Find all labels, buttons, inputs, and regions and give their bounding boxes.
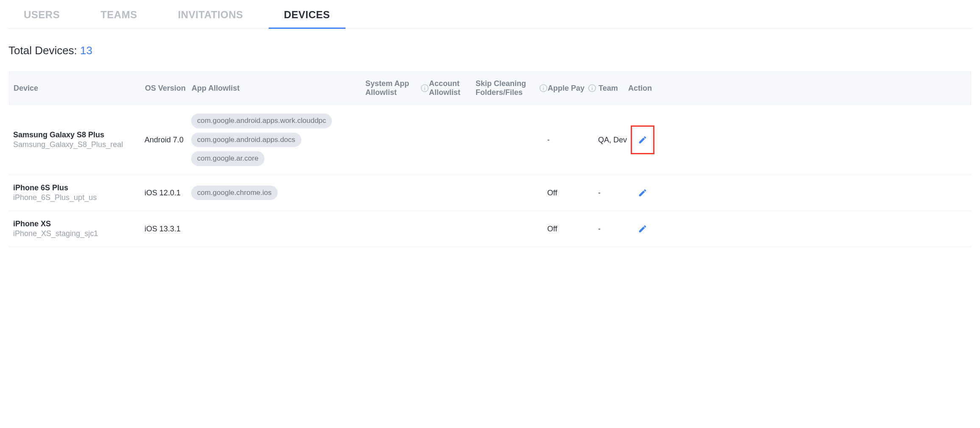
- apple-pay-cell: -: [547, 136, 598, 145]
- col-device: Device: [14, 84, 145, 93]
- team-cell: -: [598, 189, 628, 197]
- edit-button[interactable]: [635, 222, 650, 236]
- svg-point-8: [592, 86, 593, 87]
- device-id: iPhone_XS_staging_sjc1: [13, 229, 145, 238]
- os-cell: iOS 12.0.1: [145, 189, 191, 197]
- app-allowlist-pill: com.google.android.apps.work.clouddpc: [191, 114, 332, 128]
- total-devices: Total Devices: 13: [0, 29, 980, 67]
- app-allowlist-cell: com.google.android.apps.work.clouddpccom…: [191, 114, 365, 166]
- table-row: iPhone XSiPhone_XS_staging_sjc1iOS 13.3.…: [9, 211, 971, 247]
- col-app-allowlist: App Allowlist: [192, 84, 365, 93]
- svg-point-5: [543, 86, 544, 87]
- table-row: iPhone 6S PlusiPhone_6S_Plus_upt_usiOS 1…: [9, 175, 971, 211]
- device-id: Samsung_Galaxy_S8_Plus_real: [13, 140, 145, 149]
- tab-users[interactable]: USERS: [8, 2, 75, 28]
- col-account-allowlist: Account Allowlist: [429, 79, 476, 97]
- col-os: OS Version: [145, 84, 192, 93]
- apple-pay-cell: Off: [547, 225, 598, 233]
- team-cell: -: [598, 225, 628, 233]
- tab-devices[interactable]: DEVICES: [269, 2, 345, 28]
- action-cell: [628, 125, 657, 154]
- devices-table: Device OS Version App Allowlist System A…: [8, 71, 972, 247]
- action-box: [635, 222, 650, 236]
- team-cell: QA, Dev: [598, 136, 628, 145]
- os-cell: iOS 13.3.1: [145, 225, 191, 233]
- col-apple-pay: Apple Pay: [548, 84, 599, 93]
- col-action: Action: [628, 84, 658, 93]
- tab-invitations[interactable]: INVITATIONS: [163, 2, 259, 28]
- action-cell: [628, 186, 657, 200]
- app-allowlist-pill: com.google.ar.core: [191, 151, 264, 166]
- table-row: Samsung Galaxy S8 PlusSamsung_Galaxy_S8_…: [9, 105, 971, 175]
- device-name: Samsung Galaxy S8 Plus: [13, 131, 145, 139]
- col-skip-cleaning: Skip Cleaning Folders/Files: [476, 79, 548, 97]
- action-cell: [628, 222, 657, 236]
- edit-button[interactable]: [635, 186, 650, 200]
- total-devices-label: Total Devices:: [8, 44, 80, 57]
- svg-point-2: [424, 86, 425, 87]
- col-sys-app-allowlist: System App Allowlist: [365, 79, 429, 97]
- info-icon[interactable]: [539, 84, 548, 92]
- device-cell: Samsung Galaxy S8 PlusSamsung_Galaxy_S8_…: [13, 131, 145, 149]
- device-cell: iPhone XSiPhone_XS_staging_sjc1: [13, 220, 145, 238]
- info-icon[interactable]: [420, 84, 429, 92]
- edit-button[interactable]: [635, 133, 650, 147]
- app-allowlist-cell: com.google.chrome.ios: [191, 186, 365, 200]
- pencil-icon: [638, 224, 647, 233]
- os-cell: Android 7.0: [145, 136, 191, 145]
- tab-bar: USERS TEAMS INVITATIONS DEVICES: [8, 0, 972, 29]
- device-cell: iPhone 6S PlusiPhone_6S_Plus_upt_us: [13, 183, 145, 202]
- app-allowlist-pill: com.google.chrome.ios: [191, 186, 278, 200]
- device-name: iPhone XS: [13, 220, 145, 228]
- table-header: Device OS Version App Allowlist System A…: [9, 71, 971, 105]
- device-id: iPhone_6S_Plus_upt_us: [13, 193, 145, 202]
- tab-teams[interactable]: TEAMS: [85, 2, 153, 28]
- action-box: [635, 186, 650, 200]
- apple-pay-cell: Off: [547, 189, 598, 197]
- total-devices-count: 13: [80, 44, 92, 57]
- pencil-icon: [638, 188, 647, 197]
- col-team: Team: [599, 84, 628, 93]
- app-allowlist-pill: com.google.android.apps.docs: [191, 133, 301, 147]
- pencil-icon: [638, 135, 647, 145]
- col-sys-app-allowlist-label: System App Allowlist: [365, 79, 417, 97]
- highlighted-action-box: [631, 125, 654, 154]
- col-apple-pay-label: Apple Pay: [548, 84, 585, 93]
- col-skip-cleaning-label: Skip Cleaning Folders/Files: [476, 79, 536, 97]
- device-name: iPhone 6S Plus: [13, 183, 145, 192]
- info-icon[interactable]: [588, 84, 596, 92]
